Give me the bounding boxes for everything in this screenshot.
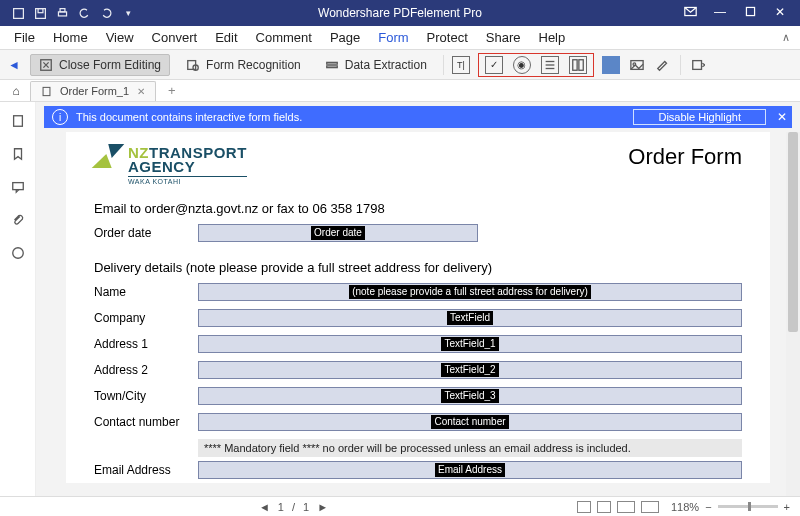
combobox-tool-icon[interactable] — [541, 56, 559, 74]
field-order-date[interactable]: Order date — [198, 224, 478, 242]
logo-mark-icon — [94, 144, 122, 168]
delivery-heading: Delivery details (note please provide a … — [94, 260, 742, 275]
menu-edit[interactable]: Edit — [215, 30, 237, 45]
label-address1: Address 1 — [94, 337, 198, 351]
text-field-tool-icon[interactable]: T| — [452, 56, 470, 74]
zoom-slider[interactable] — [718, 505, 778, 508]
svg-rect-19 — [693, 60, 702, 69]
field-company[interactable]: TextField — [198, 309, 742, 327]
page-separator: / — [292, 501, 295, 513]
notice-close-icon[interactable]: ✕ — [772, 110, 792, 124]
data-extraction-button[interactable]: Data Extraction — [317, 55, 435, 75]
menu-view[interactable]: View — [106, 30, 134, 45]
label-address2: Address 2 — [94, 363, 198, 377]
label-email: Email Address — [94, 463, 198, 477]
view-two-continuous-icon[interactable] — [641, 501, 659, 513]
zoom-value: 118% — [671, 501, 699, 513]
ribbon-back-icon[interactable]: ◄ — [8, 58, 22, 72]
side-panel — [0, 102, 36, 496]
view-continuous-icon[interactable] — [597, 501, 611, 513]
form-notice-bar: i This document contains interactive for… — [44, 106, 792, 128]
field-town[interactable]: TextField_3 — [198, 387, 742, 405]
menu-bar: File Home View Convert Edit Comment Page… — [0, 26, 800, 50]
menu-convert[interactable]: Convert — [152, 30, 198, 45]
search-panel-icon[interactable] — [11, 246, 25, 263]
minimize-button[interactable]: — — [710, 5, 730, 21]
email-instruction: Email to order@nzta.govt.nz or fax to 06… — [94, 201, 742, 216]
menu-share[interactable]: Share — [486, 30, 521, 45]
svg-point-23 — [12, 248, 23, 259]
page-current[interactable]: 1 — [278, 501, 284, 513]
svg-rect-22 — [12, 183, 23, 190]
collapse-ribbon-icon[interactable]: ∧ — [782, 31, 790, 44]
comments-icon[interactable] — [11, 180, 25, 197]
vertical-scrollbar[interactable] — [786, 132, 800, 496]
pdf-page: NZTRANSPORT AGENCY WAKA KOTAHI Order For… — [66, 132, 770, 483]
thumbnails-icon[interactable] — [11, 114, 25, 131]
svg-rect-20 — [43, 87, 50, 95]
page-total: 1 — [303, 501, 309, 513]
page-title: Order Form — [628, 144, 742, 170]
disable-highlight-button[interactable]: Disable Highlight — [633, 109, 766, 125]
label-company: Company — [94, 311, 198, 325]
field-contact[interactable]: Contact number — [198, 413, 742, 431]
menu-help[interactable]: Help — [539, 30, 566, 45]
menu-file[interactable]: File — [14, 30, 35, 45]
signature-tool-icon[interactable] — [654, 56, 672, 74]
zoom-in-button[interactable]: + — [784, 501, 790, 513]
title-bar: ▾ Wondershare PDFelement Pro — ✕ — [0, 0, 800, 26]
workspace: i This document contains interactive for… — [0, 102, 800, 496]
label-name: Name — [94, 285, 198, 299]
checkbox-tool-icon[interactable]: ✓ — [485, 56, 503, 74]
document-tabs: ⌂ Order Form_1 ✕ + — [0, 80, 800, 102]
svg-rect-15 — [573, 59, 577, 70]
close-button[interactable]: ✕ — [770, 5, 790, 21]
svg-rect-16 — [579, 59, 583, 70]
new-tab-button[interactable]: + — [162, 83, 176, 98]
menu-comment[interactable]: Comment — [256, 30, 312, 45]
field-address2[interactable]: TextField_2 — [198, 361, 742, 379]
tab-close-icon[interactable]: ✕ — [137, 86, 145, 97]
document-tab[interactable]: Order Form_1 ✕ — [30, 81, 156, 101]
notice-message: This document contains interactive form … — [76, 111, 633, 123]
listbox-tool-icon[interactable] — [569, 56, 587, 74]
nzta-logo: NZTRANSPORT AGENCY WAKA KOTAHI — [94, 144, 247, 185]
zoom-out-button[interactable]: − — [705, 501, 711, 513]
field-name[interactable]: (note please provide a full street addre… — [198, 283, 742, 301]
bookmarks-icon[interactable] — [11, 147, 25, 164]
mandatory-note: **** Mandatory field **** no order will … — [198, 439, 742, 457]
svg-rect-6 — [746, 7, 754, 15]
menu-home[interactable]: Home — [53, 30, 88, 45]
more-tools-icon[interactable] — [689, 56, 707, 74]
menu-page[interactable]: Page — [330, 30, 360, 45]
label-order-date: Order date — [94, 226, 198, 240]
radio-tool-icon[interactable]: ◉ — [513, 56, 531, 74]
field-address1[interactable]: TextField_1 — [198, 335, 742, 353]
highlighted-tools-group: ✓ ◉ — [478, 53, 594, 77]
document-canvas: i This document contains interactive for… — [36, 102, 800, 496]
mail-icon[interactable] — [680, 5, 700, 21]
button-tool-icon[interactable] — [602, 56, 620, 74]
close-form-editing-button[interactable]: Close Form Editing — [30, 54, 170, 76]
image-tool-icon[interactable] — [628, 56, 646, 74]
view-single-icon[interactable] — [577, 501, 591, 513]
maximize-button[interactable] — [740, 5, 760, 21]
next-page-icon[interactable]: ► — [317, 501, 328, 513]
label-town: Town/City — [94, 389, 198, 403]
menu-protect[interactable]: Protect — [427, 30, 468, 45]
prev-page-icon[interactable]: ◄ — [259, 501, 270, 513]
ribbon-form: ◄ Close Form Editing Form Recognition Da… — [0, 50, 800, 80]
form-recognition-button[interactable]: Form Recognition — [178, 55, 309, 75]
view-two-page-icon[interactable] — [617, 501, 635, 513]
svg-rect-21 — [13, 116, 22, 127]
svg-rect-10 — [327, 62, 338, 64]
home-tab-icon[interactable]: ⌂ — [8, 84, 24, 98]
svg-rect-11 — [327, 65, 338, 67]
menu-form[interactable]: Form — [378, 30, 408, 45]
attachments-icon[interactable] — [11, 213, 25, 230]
field-email[interactable]: Email Address — [198, 461, 742, 479]
status-bar: ◄ 1 / 1 ► 118% − + — [0, 496, 800, 516]
info-icon: i — [52, 109, 68, 125]
label-contact: Contact number — [94, 415, 198, 429]
